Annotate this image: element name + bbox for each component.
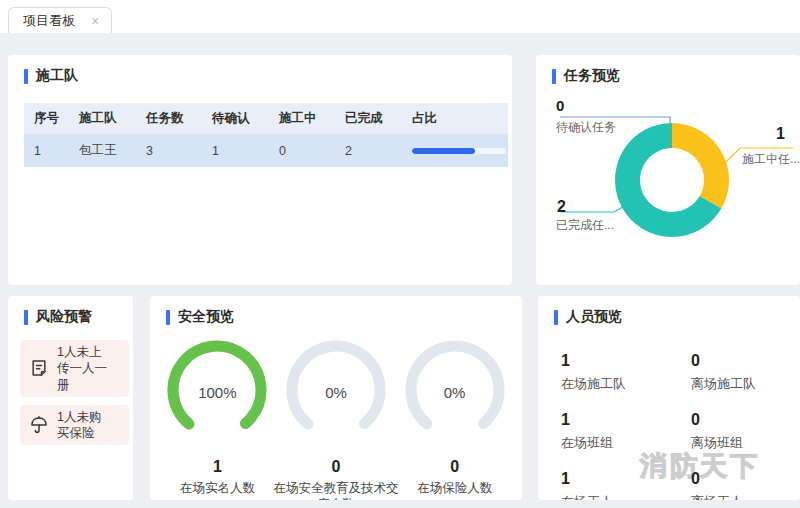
stat-value: 1 [561, 411, 691, 429]
risk-item-insurance[interactable]: 1人未购买保险 [20, 405, 129, 446]
panel-safety-preview: 安全预览 100% 1 在场实名人数 0% 0 在场安全教育及技术交底人数 [150, 296, 522, 500]
panel-title-text: 任务预览 [564, 67, 620, 85]
risk-item-text: 1人未上传一人一册 [57, 344, 112, 393]
in-progress-tasks-count: 1 [776, 125, 785, 143]
in-progress-tasks-label: 施工中任... [742, 151, 800, 168]
pending-tasks-label: 待确认任务 [556, 119, 616, 136]
risk-item-roster[interactable]: 1人未上传一人一册 [20, 340, 129, 397]
progress-bar: 66.67% [412, 144, 508, 158]
pending-tasks-count: 0 [556, 97, 564, 114]
stat-onsite-teams: 1 在场施工队 [561, 352, 691, 393]
table-header-row: 序号 施工队 任务数 待确认 施工中 已完成 占比 [24, 103, 508, 134]
teams-table-scroll-area[interactable]: 序号 施工队 任务数 待确认 施工中 已完成 占比 1 包工王 3 1 [24, 103, 508, 167]
gauge-education: 0% 0 在场安全教育及技术交底人数 [271, 338, 401, 500]
close-icon[interactable]: × [91, 14, 99, 28]
cell-percent: 66.67% [402, 134, 508, 167]
task-donut-chart [536, 55, 800, 285]
completed-tasks-label: 已完成任... [556, 217, 614, 234]
project-dashboard: 项目看板 × 施工队 序号 施工队 任务数 待确认 [0, 0, 800, 508]
panel-title: 风险预警 [8, 296, 133, 326]
stat-label: 离场施工队 [691, 375, 800, 393]
gauge-value: 1 [164, 458, 271, 476]
title-accent-bar [166, 310, 170, 325]
stat-label: 离场班组 [691, 434, 800, 452]
gauge-label: 在场实名人数 [164, 480, 271, 496]
gauge-row: 100% 1 在场实名人数 0% 0 在场安全教育及技术交底人数 0% 0 在场… [164, 338, 508, 500]
risk-item-text: 1人未购买保险 [57, 409, 112, 442]
stat-value: 0 [691, 411, 800, 429]
stat-value: 0 [691, 352, 800, 370]
stat-label: 在场施工队 [561, 375, 691, 393]
col-in-progress: 施工中 [269, 103, 335, 134]
gauge-label: 在场安全教育及技术交底人数 [271, 480, 401, 500]
gauge-percent: 0% [401, 384, 508, 401]
col-team: 施工队 [69, 103, 136, 134]
title-accent-bar [554, 310, 558, 325]
gauge-realname: 100% 1 在场实名人数 [164, 338, 271, 500]
tab-bar: 项目看板 × [0, 0, 800, 33]
title-accent-bar [24, 310, 28, 325]
gauge-insurance: 0% 0 在场保险人数 [401, 338, 508, 500]
stat-value: 0 [691, 470, 800, 488]
progress-track [412, 148, 506, 154]
stat-onsite-workers: 1 在场工人 [561, 470, 691, 500]
col-pending: 待确认 [202, 103, 269, 134]
col-completed: 已完成 [335, 103, 402, 134]
stat-label: 离场工人 [691, 493, 800, 500]
stat-label: 在场工人 [561, 493, 691, 500]
panel-title: 安全预览 [150, 296, 522, 326]
cell-completed: 2 [335, 134, 402, 167]
cell-pending: 1 [202, 134, 269, 167]
panel-risk-warning: 风险预警 1人未上传一人一册 1人未购买保险 [8, 296, 133, 500]
panel-title-text: 人员预览 [566, 308, 622, 326]
tab-project-board[interactable]: 项目看板 × [8, 7, 112, 33]
personnel-stats-grid: 1 在场施工队 0 离场施工队 1 在场班组 0 离场班组 1 在场工人 0 离… [561, 352, 800, 500]
gauge-percent: 0% [271, 384, 401, 401]
stat-offsite-crews: 0 离场班组 [691, 411, 800, 452]
umbrella-icon [28, 414, 50, 436]
panel-personnel-preview: 消防天下 人员预览 1 在场施工队 0 离场施工队 1 在场班组 0 离场班组 [538, 296, 800, 500]
stat-onsite-crews: 1 在场班组 [561, 411, 691, 452]
progress-fill [412, 148, 475, 154]
panel-title-text: 安全预览 [178, 308, 234, 326]
col-seq: 序号 [24, 103, 69, 134]
document-icon [28, 357, 50, 379]
completed-tasks-count: 2 [557, 198, 566, 216]
cell-in-progress: 0 [269, 134, 335, 167]
panel-title: 人员预览 [538, 296, 800, 326]
cell-seq: 1 [24, 134, 69, 167]
panel-task-preview: 任务预览 0 待确认任务 1 施工中任... 2 已完成任... [536, 55, 800, 285]
stat-offsite-teams: 0 离场施工队 [691, 352, 800, 393]
stat-label: 在场班组 [561, 434, 691, 452]
title-accent-bar [24, 69, 28, 84]
table-row[interactable]: 1 包工王 3 1 0 2 66.67% [24, 134, 508, 167]
stat-offsite-workers: 0 离场工人 [691, 470, 800, 500]
cell-team: 包工王 [69, 134, 136, 167]
donut-slice-in-progress[interactable] [672, 136, 716, 203]
col-tasks: 任务数 [136, 103, 202, 134]
stat-value: 1 [561, 352, 691, 370]
teams-table: 序号 施工队 任务数 待确认 施工中 已完成 占比 1 包工王 3 1 [24, 103, 508, 167]
gauge-value: 0 [271, 458, 401, 476]
panel-title: 任务预览 [536, 55, 800, 85]
cell-tasks: 3 [136, 134, 202, 167]
panel-title-text: 风险预警 [36, 308, 92, 326]
title-accent-bar [552, 69, 556, 84]
gauge-value: 0 [401, 458, 508, 476]
panel-construction-teams: 施工队 序号 施工队 任务数 待确认 施工中 已完成 占比 [8, 55, 512, 285]
panel-title: 施工队 [8, 55, 512, 85]
gauge-percent: 100% [164, 384, 271, 401]
tab-label: 项目看板 [23, 12, 75, 30]
stat-value: 1 [561, 470, 691, 488]
gauge-label: 在场保险人数 [401, 480, 508, 496]
panel-title-text: 施工队 [36, 67, 78, 85]
col-percent: 占比 [402, 103, 508, 134]
